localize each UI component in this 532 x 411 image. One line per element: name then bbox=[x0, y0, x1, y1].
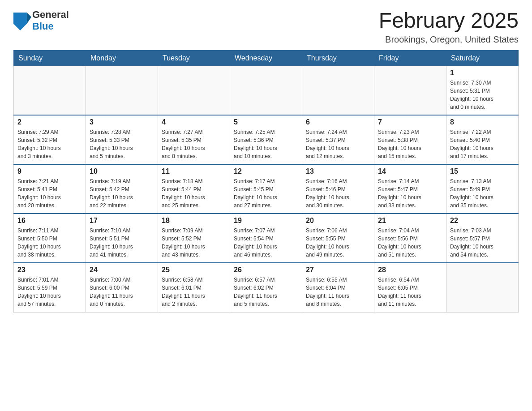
calendar-week-row: 1Sunrise: 7:30 AMSunset: 5:31 PMDaylight… bbox=[14, 66, 519, 115]
month-title: February 2025 bbox=[379, 9, 519, 33]
day-number: 10 bbox=[90, 167, 154, 176]
day-info: Sunrise: 7:00 AMSunset: 6:00 PMDaylight:… bbox=[90, 276, 154, 308]
day-info: Sunrise: 7:10 AMSunset: 5:51 PMDaylight:… bbox=[90, 227, 154, 259]
day-number: 23 bbox=[17, 266, 82, 274]
calendar-week-row: 9Sunrise: 7:21 AMSunset: 5:41 PMDaylight… bbox=[14, 164, 519, 214]
day-number: 16 bbox=[17, 217, 82, 225]
day-info: Sunrise: 7:07 AMSunset: 5:54 PMDaylight:… bbox=[234, 227, 298, 259]
calendar-cell: 25Sunrise: 6:58 AMSunset: 6:01 PMDayligh… bbox=[158, 263, 230, 312]
svg-marker-0 bbox=[13, 13, 27, 30]
day-number: 8 bbox=[450, 118, 515, 126]
day-number: 11 bbox=[162, 167, 226, 176]
day-number: 18 bbox=[162, 217, 226, 225]
location-subtitle: Brookings, Oregon, United States bbox=[379, 34, 519, 45]
calendar-cell: 4Sunrise: 7:27 AMSunset: 5:35 PMDaylight… bbox=[158, 115, 230, 164]
day-info: Sunrise: 7:19 AMSunset: 5:42 PMDaylight:… bbox=[90, 177, 154, 210]
day-info: Sunrise: 7:14 AMSunset: 5:47 PMDaylight:… bbox=[378, 177, 442, 210]
calendar-cell: 20Sunrise: 7:06 AMSunset: 5:55 PMDayligh… bbox=[302, 214, 374, 263]
day-info: Sunrise: 6:54 AMSunset: 6:05 PMDaylight:… bbox=[378, 276, 442, 308]
day-info: Sunrise: 7:09 AMSunset: 5:52 PMDaylight:… bbox=[162, 227, 226, 259]
calendar-week-row: 2Sunrise: 7:29 AMSunset: 5:32 PMDaylight… bbox=[14, 115, 519, 164]
day-number: 9 bbox=[17, 167, 82, 176]
calendar-cell: 26Sunrise: 6:57 AMSunset: 6:02 PMDayligh… bbox=[230, 263, 302, 312]
day-number: 1 bbox=[450, 69, 515, 77]
page-header: General Blue February 2025 Brookings, Or… bbox=[13, 9, 519, 45]
day-number: 5 bbox=[234, 118, 298, 126]
calendar-cell: 27Sunrise: 6:55 AMSunset: 6:04 PMDayligh… bbox=[302, 263, 374, 312]
calendar-cell: 15Sunrise: 7:13 AMSunset: 5:49 PMDayligh… bbox=[446, 164, 519, 214]
day-info: Sunrise: 7:01 AMSunset: 5:59 PMDaylight:… bbox=[17, 276, 82, 308]
day-info: Sunrise: 7:06 AMSunset: 5:55 PMDaylight:… bbox=[306, 227, 370, 259]
day-info: Sunrise: 7:04 AMSunset: 5:56 PMDaylight:… bbox=[378, 227, 442, 259]
day-number: 3 bbox=[90, 118, 154, 126]
calendar-cell: 6Sunrise: 7:24 AMSunset: 5:37 PMDaylight… bbox=[302, 115, 374, 164]
calendar-cell bbox=[302, 66, 374, 115]
calendar-cell bbox=[14, 66, 86, 115]
calendar-cell: 24Sunrise: 7:00 AMSunset: 6:00 PMDayligh… bbox=[86, 263, 158, 312]
day-number: 7 bbox=[378, 118, 442, 126]
day-number: 4 bbox=[162, 118, 226, 126]
logo-icon bbox=[13, 13, 30, 29]
calendar-cell: 5Sunrise: 7:25 AMSunset: 5:36 PMDaylight… bbox=[230, 115, 302, 164]
calendar-cell bbox=[446, 263, 519, 312]
day-number: 2 bbox=[17, 118, 82, 126]
calendar-cell: 17Sunrise: 7:10 AMSunset: 5:51 PMDayligh… bbox=[86, 214, 158, 263]
day-number: 22 bbox=[450, 217, 515, 225]
calendar-cell: 22Sunrise: 7:03 AMSunset: 5:57 PMDayligh… bbox=[446, 214, 519, 263]
day-number: 20 bbox=[306, 217, 370, 225]
logo-text-blue: Blue bbox=[32, 21, 54, 32]
day-info: Sunrise: 7:13 AMSunset: 5:49 PMDaylight:… bbox=[450, 177, 515, 210]
day-info: Sunrise: 6:57 AMSunset: 6:02 PMDaylight:… bbox=[234, 276, 298, 308]
calendar-cell: 19Sunrise: 7:07 AMSunset: 5:54 PMDayligh… bbox=[230, 214, 302, 263]
day-info: Sunrise: 7:03 AMSunset: 5:57 PMDaylight:… bbox=[450, 227, 515, 259]
calendar-week-row: 23Sunrise: 7:01 AMSunset: 5:59 PMDayligh… bbox=[14, 263, 519, 312]
day-info: Sunrise: 7:27 AMSunset: 5:35 PMDaylight:… bbox=[162, 128, 226, 160]
calendar-table: SundayMondayTuesdayWednesdayThursdayFrid… bbox=[13, 50, 519, 313]
day-number: 17 bbox=[90, 217, 154, 225]
day-info: Sunrise: 7:22 AMSunset: 5:40 PMDaylight:… bbox=[450, 128, 515, 160]
weekday-header-row: SundayMondayTuesdayWednesdayThursdayFrid… bbox=[14, 50, 519, 66]
calendar-cell: 7Sunrise: 7:23 AMSunset: 5:38 PMDaylight… bbox=[374, 115, 446, 164]
calendar-cell: 2Sunrise: 7:29 AMSunset: 5:32 PMDaylight… bbox=[14, 115, 86, 164]
calendar-cell bbox=[158, 66, 230, 115]
day-number: 14 bbox=[378, 167, 442, 176]
weekday-header-friday: Friday bbox=[374, 50, 446, 66]
day-number: 21 bbox=[378, 217, 442, 225]
calendar-cell: 8Sunrise: 7:22 AMSunset: 5:40 PMDaylight… bbox=[446, 115, 519, 164]
calendar-cell: 13Sunrise: 7:16 AMSunset: 5:46 PMDayligh… bbox=[302, 164, 374, 214]
calendar-cell bbox=[230, 66, 302, 115]
day-info: Sunrise: 7:11 AMSunset: 5:50 PMDaylight:… bbox=[17, 227, 82, 259]
day-number: 19 bbox=[234, 217, 298, 225]
day-number: 6 bbox=[306, 118, 370, 126]
weekday-header-monday: Monday bbox=[86, 50, 158, 66]
weekday-header-tuesday: Tuesday bbox=[158, 50, 230, 66]
day-info: Sunrise: 6:58 AMSunset: 6:01 PMDaylight:… bbox=[162, 276, 226, 308]
day-info: Sunrise: 7:21 AMSunset: 5:41 PMDaylight:… bbox=[17, 177, 82, 210]
logo: General Blue bbox=[13, 9, 69, 32]
day-info: Sunrise: 7:23 AMSunset: 5:38 PMDaylight:… bbox=[378, 128, 442, 160]
day-number: 26 bbox=[234, 266, 298, 274]
calendar-cell bbox=[374, 66, 446, 115]
calendar-cell: 18Sunrise: 7:09 AMSunset: 5:52 PMDayligh… bbox=[158, 214, 230, 263]
day-number: 12 bbox=[234, 167, 298, 176]
calendar-cell: 16Sunrise: 7:11 AMSunset: 5:50 PMDayligh… bbox=[14, 214, 86, 263]
calendar-week-row: 16Sunrise: 7:11 AMSunset: 5:50 PMDayligh… bbox=[14, 214, 519, 263]
calendar-cell bbox=[86, 66, 158, 115]
day-number: 28 bbox=[378, 266, 442, 274]
day-info: Sunrise: 7:29 AMSunset: 5:32 PMDaylight:… bbox=[17, 128, 82, 160]
day-info: Sunrise: 7:25 AMSunset: 5:36 PMDaylight:… bbox=[234, 128, 298, 160]
calendar-cell: 9Sunrise: 7:21 AMSunset: 5:41 PMDaylight… bbox=[14, 164, 86, 214]
calendar-cell: 23Sunrise: 7:01 AMSunset: 5:59 PMDayligh… bbox=[14, 263, 86, 312]
calendar-cell: 14Sunrise: 7:14 AMSunset: 5:47 PMDayligh… bbox=[374, 164, 446, 214]
calendar-cell: 11Sunrise: 7:18 AMSunset: 5:44 PMDayligh… bbox=[158, 164, 230, 214]
day-info: Sunrise: 7:17 AMSunset: 5:45 PMDaylight:… bbox=[234, 177, 298, 210]
calendar-cell: 1Sunrise: 7:30 AMSunset: 5:31 PMDaylight… bbox=[446, 66, 519, 115]
calendar-cell: 28Sunrise: 6:54 AMSunset: 6:05 PMDayligh… bbox=[374, 263, 446, 312]
day-info: Sunrise: 7:28 AMSunset: 5:33 PMDaylight:… bbox=[90, 128, 154, 160]
logo-text-general: General bbox=[32, 9, 69, 20]
day-number: 15 bbox=[450, 167, 515, 176]
day-info: Sunrise: 7:18 AMSunset: 5:44 PMDaylight:… bbox=[162, 177, 226, 210]
svg-marker-1 bbox=[27, 13, 31, 24]
day-info: Sunrise: 6:55 AMSunset: 6:04 PMDaylight:… bbox=[306, 276, 370, 308]
weekday-header-sunday: Sunday bbox=[14, 50, 86, 66]
